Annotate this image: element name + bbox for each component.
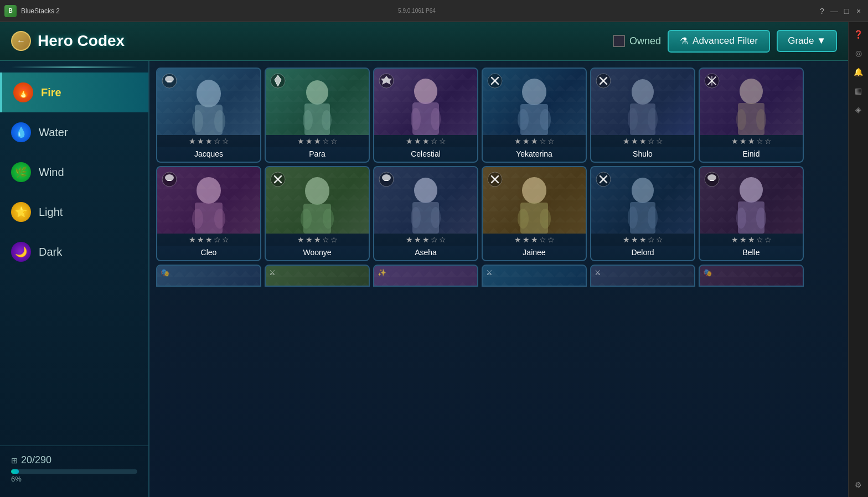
hero-card-celestial[interactable]: ★★★☆☆ Celestial: [373, 68, 478, 163]
svg-point-19: [522, 79, 546, 105]
type-icon-warrior3: [703, 72, 721, 90]
svg-point-80: [736, 208, 746, 229]
card-art-area: [374, 69, 477, 135]
hero-stars: ★★★☆☆: [374, 135, 477, 147]
partial-card-3[interactable]: ✨: [373, 265, 478, 287]
fire-icon: 🔥: [13, 82, 33, 102]
hero-stars: ★★★☆☆: [157, 234, 260, 246]
sidebar-item-water[interactable]: 💧 Water: [0, 112, 148, 152]
type-icon-warrior2: [595, 72, 612, 90]
main-content: ← Hero Codex Owned ⚗ Advanced Filter Gra…: [0, 22, 848, 497]
grade-button[interactable]: Grade ▼: [777, 30, 837, 52]
sidebar-item-wind[interactable]: 🌿 Wind: [0, 152, 148, 192]
rs-icon-3[interactable]: 🔔: [851, 64, 866, 80]
sidebar-bottom: ⊞ 20/290 6%: [0, 446, 148, 491]
rs-settings-icon[interactable]: ⚙: [851, 477, 866, 493]
right-sidebar: ❓ ◎ 🔔 ▦ ◈ ⚙: [848, 22, 868, 497]
close-button[interactable]: ×: [854, 6, 864, 16]
sidebar-water-label: Water: [39, 126, 68, 139]
left-sidebar: 🔥 Fire 💧 Water 🌿 Wind ⭐ Light 🌙 Dark: [0, 61, 149, 497]
hero-name-shulo: Shulo: [591, 147, 694, 162]
hero-card-aseha[interactable]: ★★★☆☆ Aseha: [373, 166, 478, 261]
rs-icon-5[interactable]: ◈: [851, 102, 866, 117]
hero-card-jainee[interactable]: ★★★☆☆ Jainee: [482, 166, 587, 261]
hero-stars: ★★★☆☆: [157, 135, 260, 147]
progress-bar: [11, 469, 137, 474]
card-art-area: [591, 69, 694, 135]
svg-point-17: [431, 108, 441, 130]
rs-icon-1[interactable]: ❓: [851, 27, 866, 42]
header: ← Hero Codex Owned ⚗ Advanced Filter Gra…: [0, 22, 848, 61]
svg-point-16: [411, 108, 421, 130]
type-icon-warrior: [486, 72, 504, 90]
window-controls: ? — □ ×: [817, 6, 864, 16]
owned-checkbox[interactable]: [613, 35, 625, 47]
rs-icon-2[interactable]: ◎: [851, 45, 866, 61]
hero-card-delord[interactable]: ★★★☆☆ Delord: [590, 166, 695, 261]
svg-point-64: [522, 177, 546, 204]
partial-card-4[interactable]: ⚔: [482, 265, 587, 287]
wind-icon: 🌿: [11, 162, 31, 182]
help-button[interactable]: ?: [817, 6, 827, 16]
svg-rect-85: [710, 180, 714, 181]
svg-rect-48: [167, 180, 172, 181]
hero-stars: ★★★☆☆: [374, 234, 477, 246]
rs-icon-4[interactable]: ▦: [851, 83, 866, 99]
sidebar-item-fire[interactable]: 🔥 Fire: [0, 73, 148, 112]
svg-point-8: [306, 80, 328, 105]
restore-button[interactable]: □: [841, 6, 851, 16]
hero-name-einid: Einid: [700, 147, 803, 162]
hero-stars: ★★★☆☆: [591, 234, 694, 246]
svg-point-43: [192, 209, 203, 229]
hero-stars: ★★★☆☆: [483, 234, 586, 246]
sidebar-item-light[interactable]: ⭐ Light: [0, 192, 148, 232]
hero-card-woonye[interactable]: ★★★☆☆ Woonye: [265, 166, 370, 261]
title-bar: B BlueStacks 2 5.9.0.1061 P64 ? — □ ×: [0, 0, 868, 22]
advanced-filter-button[interactable]: ⚗ Advanced Filter: [668, 30, 770, 53]
body-layout: 🔥 Fire 💧 Water 🌿 Wind ⭐ Light 🌙 Dark: [0, 61, 848, 497]
type-icon-knight: [269, 72, 287, 90]
sidebar-fire-label: Fire: [41, 86, 61, 99]
hero-card-shulo[interactable]: ★★★☆☆ Shulo: [590, 68, 695, 163]
dark-icon: 🌙: [11, 242, 31, 262]
svg-point-22: [540, 109, 551, 130]
svg-point-71: [632, 178, 654, 203]
type-icon-warrior5: [486, 170, 504, 188]
progress-percent: 6%: [11, 475, 137, 483]
sidebar-light-label: Light: [39, 206, 63, 219]
svg-point-14: [414, 79, 437, 104]
partial-card-5[interactable]: ⚔: [590, 265, 695, 287]
hero-name-jacques: Jacques: [157, 147, 260, 162]
hero-stars: ★★★☆☆: [483, 135, 586, 147]
sidebar-item-dark[interactable]: 🌙 Dark: [0, 232, 148, 272]
hero-card-cleo[interactable]: ★★★☆☆ Cleo: [156, 166, 261, 261]
sidebar-divider: [11, 66, 137, 68]
hero-stars: ★★★☆☆: [700, 234, 803, 246]
type-icon-thief3: [378, 170, 395, 188]
hero-stars: ★★★☆☆: [591, 135, 694, 147]
hero-card-belle[interactable]: ★★★☆☆ Belle: [699, 166, 804, 261]
svg-point-2: [192, 110, 203, 132]
hero-name-woonye: Woonye: [266, 246, 369, 260]
hero-name-jainee: Jainee: [483, 246, 586, 260]
svg-point-3: [214, 110, 225, 132]
sidebar-dark-label: Dark: [39, 246, 62, 258]
minimize-button[interactable]: —: [829, 6, 839, 16]
partial-card-2[interactable]: ⚔: [265, 265, 370, 287]
card-art-area: [157, 69, 260, 135]
svg-point-78: [740, 177, 763, 203]
hero-card-jacques[interactable]: ★★★☆☆ Jacques: [156, 68, 261, 163]
hero-name-aseha: Aseha: [374, 246, 477, 260]
hero-name-cleo: Cleo: [157, 246, 260, 260]
back-button[interactable]: ←: [11, 31, 31, 51]
hero-stars: ★★★☆☆: [700, 135, 803, 147]
advanced-filter-label: Advanced Filter: [693, 35, 758, 46]
hero-card-para[interactable]: ★★★☆☆ Para: [265, 68, 370, 163]
partial-card-6[interactable]: 🎭: [699, 265, 804, 287]
card-art-area: [266, 69, 369, 135]
partial-card-1[interactable]: 🎭: [156, 265, 261, 287]
hero-card-yekaterina[interactable]: ★★★☆☆ Yekaterina: [482, 68, 587, 163]
hero-row-1: ★★★☆☆ Jacques: [156, 68, 841, 163]
type-icon-warrior6: [595, 170, 612, 188]
hero-card-einid[interactable]: ★★★☆☆ Einid: [699, 68, 804, 163]
